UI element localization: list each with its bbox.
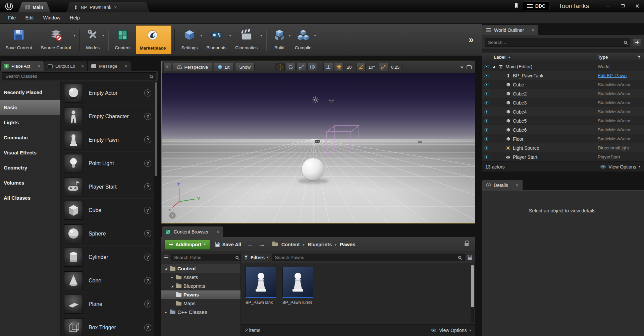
window-tab-main[interactable]: Main [18, 2, 51, 12]
cinematics-button[interactable]: ▾ Cinematics [232, 25, 263, 54]
search-classes-input[interactable] [5, 74, 148, 79]
type-filter-icon[interactable] [637, 56, 641, 59]
outliner-row-cube3[interactable]: Cube3 StaticMeshActor [482, 98, 644, 107]
grid-snap-value[interactable]: 10 [343, 63, 355, 71]
place-item-sphere[interactable]: Sphere ? [61, 222, 154, 246]
scrollbar-thumb[interactable] [471, 265, 474, 307]
scale-snap-button[interactable]: 0,25 [379, 63, 402, 71]
category-recently-placed[interactable]: Recently Placed [0, 85, 60, 100]
place-item-plane[interactable]: Plane ? [61, 292, 154, 316]
outliner-row-cube6[interactable]: Cube6 StaticMeshActor [482, 125, 644, 134]
visibility-eye-icon[interactable] [484, 65, 489, 68]
help-icon[interactable]: ? [144, 230, 151, 237]
details-tab[interactable]: i Details [482, 180, 523, 190]
close-tab-icon[interactable] [38, 65, 40, 68]
tab-output-log[interactable]: Output Lo [44, 61, 87, 71]
asset-bp-pawntank[interactable]: BP_PawnTank [246, 267, 278, 305]
menu-help[interactable]: Help [65, 15, 85, 20]
category-volumes[interactable]: Volumes [0, 175, 60, 190]
help-icon[interactable]: ? [144, 207, 151, 214]
selection-wireframe-cube[interactable] [325, 124, 362, 157]
maximize-viewport-icon[interactable] [467, 65, 472, 69]
view-mode-button[interactable]: Lit [214, 63, 233, 71]
scrollbar-thumb[interactable] [155, 82, 157, 176]
menu-window[interactable]: Window [38, 15, 65, 20]
save-all-button[interactable]: Save All [214, 240, 243, 250]
place-item-empty-actor[interactable]: Empty Actor ? [61, 81, 154, 105]
category-lights[interactable]: Lights [0, 115, 60, 130]
source-control-button[interactable]: ▾ Source Control [38, 25, 76, 54]
place-items-scrollbar[interactable] [154, 81, 158, 336]
breadcrumb-pawns[interactable]: Pawns [340, 242, 355, 247]
world-outliner-tab[interactable]: World Outliner [482, 25, 538, 35]
place-item-box-trigger[interactable]: Box Trigger ? [61, 316, 154, 336]
close-tab-icon[interactable] [81, 65, 84, 68]
save-search-icon[interactable] [468, 255, 472, 260]
close-panel-icon[interactable] [516, 184, 519, 187]
viewport-3d-scene[interactable]: Z Y x ? [162, 73, 475, 223]
minimize-button[interactable] [602, 2, 613, 10]
surface-snap-button[interactable] [323, 63, 333, 71]
visibility-eye-icon[interactable] [484, 101, 489, 105]
help-icon[interactable]: ? [144, 89, 151, 96]
back-button[interactable]: ← [246, 241, 254, 248]
scale-snap-value[interactable]: 0,25 [388, 63, 402, 71]
help-icon[interactable]: ? [144, 324, 151, 331]
show-button[interactable]: Show [235, 63, 255, 71]
tab-place-actors[interactable]: Place Act [1, 61, 44, 71]
visibility-eye-icon[interactable] [484, 83, 489, 86]
help-icon[interactable]: ? [144, 277, 151, 284]
rotation-snap-button[interactable]: 10° [356, 63, 378, 71]
grid-snap-button[interactable]: 10 [334, 63, 355, 71]
tree-item-blueprints[interactable]: ◢ Blueprints [161, 282, 240, 290]
tree-item-content[interactable]: ◢ Content [161, 264, 240, 273]
outliner-row-player-start[interactable]: Player Start PlayerStart [482, 152, 644, 161]
place-item-empty-pawn[interactable]: Empty Pawn ? [61, 128, 154, 152]
outliner-row-main-editor[interactable]: ◢ Main (Editor) World [482, 62, 644, 71]
blueprints-button[interactable]: ▾ Blueprints [203, 25, 232, 54]
visibility-eye-icon[interactable] [484, 146, 489, 150]
close-window-button[interactable] [632, 2, 643, 10]
category-basic[interactable]: Basic [0, 100, 60, 115]
search-assets-input[interactable] [275, 255, 456, 260]
close-tab-icon[interactable] [114, 6, 117, 9]
outliner-row-light-source[interactable]: Light Source DirectionalLight [482, 143, 644, 152]
view-options-button[interactable]: View Options ▾ [431, 328, 471, 333]
forward-button[interactable]: → [258, 241, 266, 248]
place-item-cone[interactable]: Cone ? [61, 269, 154, 292]
column-label[interactable]: Label ▲ [494, 55, 598, 60]
camera-mode-button[interactable]: Perspective [173, 63, 212, 71]
breadcrumb-content[interactable]: Content [281, 242, 300, 247]
outliner-search-input[interactable] [488, 40, 622, 45]
modes-button[interactable]: ▾ Modes [83, 25, 105, 54]
settings-button[interactable]: ▾ Settings [178, 25, 203, 54]
scale-tool-button[interactable] [297, 63, 306, 71]
tree-item-assets[interactable]: ▸ Assets [161, 273, 240, 282]
close-panel-icon[interactable] [216, 230, 219, 233]
help-icon[interactable]: ? [144, 113, 151, 120]
notification-icon[interactable] [514, 3, 519, 9]
help-icon[interactable]: ? [144, 254, 151, 261]
camera-gizmo-icon[interactable] [328, 99, 335, 104]
rotate-tool-button[interactable] [286, 63, 296, 71]
outliner-row-floor[interactable]: Floor StaticMeshActor [482, 134, 644, 143]
help-icon[interactable]: ? [144, 136, 151, 143]
visibility-eye-icon[interactable] [484, 155, 489, 159]
menu-file[interactable]: File [3, 15, 20, 20]
viewport-toolbar-overflow[interactable]: » [460, 64, 463, 70]
window-tab-bp-pawntank[interactable]: BP_PawnTank [66, 2, 150, 12]
maximize-button[interactable] [617, 2, 628, 10]
place-item-empty-character[interactable]: Empty Character ? [61, 105, 154, 128]
search-paths-input[interactable] [174, 255, 233, 260]
add-folder-button[interactable] [633, 38, 641, 46]
visibility-eye-icon[interactable] [484, 74, 489, 77]
menu-edit[interactable]: Edit [20, 15, 38, 20]
outliner-row-cube4[interactable]: Cube4 StaticMeshActor [482, 107, 644, 116]
marketplace-button[interactable]: Marketplace [136, 25, 171, 54]
player-start-gizmo-icon[interactable] [314, 139, 320, 143]
place-item-cylinder[interactable]: Cylinder ? [61, 246, 154, 269]
visibility-eye-icon[interactable] [484, 92, 489, 95]
place-item-cube[interactable]: Cube ? [61, 199, 154, 222]
help-icon[interactable]: ? [144, 160, 151, 167]
outliner-row-cube[interactable]: Cube StaticMeshActor [482, 80, 644, 89]
